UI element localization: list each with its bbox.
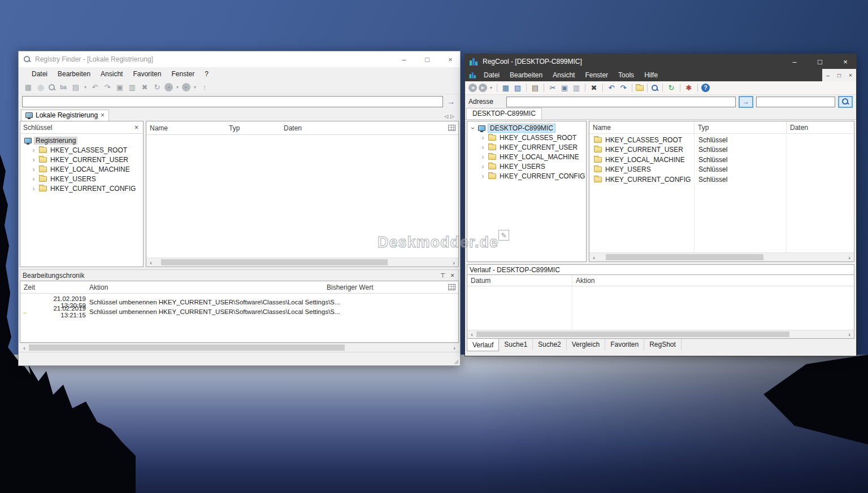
column-chooser-icon[interactable] [448, 284, 455, 290]
network-icon[interactable]: ▧ [513, 83, 523, 93]
menu-item[interactable]: Favoriten [128, 68, 166, 80]
copy-icon[interactable]: ▣ [559, 83, 570, 93]
panel-close-icon[interactable]: × [449, 272, 456, 280]
column-chooser-icon[interactable] [448, 125, 455, 131]
find-icon[interactable] [48, 84, 56, 91]
bottom-tab[interactable]: Verlauf [467, 339, 499, 351]
computer-icon[interactable]: ▦ [23, 82, 33, 93]
panel-close-icon[interactable]: × [133, 124, 140, 132]
maximize-button[interactable]: □ [809, 54, 831, 69]
bottom-tab[interactable]: RegShot [644, 339, 682, 350]
scroll-right-icon[interactable]: › [845, 253, 854, 262]
menu-item[interactable]: Datei [479, 69, 505, 81]
export-icon[interactable]: ▤ [71, 82, 81, 93]
bottom-tab[interactable]: Suche2 [533, 339, 567, 350]
address-input[interactable] [506, 97, 736, 107]
expander-icon[interactable]: › [31, 185, 37, 192]
scrollbar-thumb[interactable] [476, 331, 789, 337]
menu-item[interactable]: Bearbeiten [53, 68, 96, 80]
tab-scroll-arrows[interactable]: ◁▷ [441, 114, 460, 121]
column-name[interactable]: Name [146, 124, 225, 132]
delete-icon[interactable]: ✖ [589, 83, 599, 93]
refresh-icon[interactable]: ↻ [152, 82, 162, 93]
expander-icon[interactable]: › [31, 166, 37, 173]
history-horizontal-scrollbar[interactable]: ‹ › [20, 343, 459, 352]
expander-icon[interactable]: › [480, 154, 486, 160]
scroll-left-icon[interactable]: ‹ [467, 330, 476, 339]
scroll-right-icon[interactable]: › [845, 330, 854, 339]
scroll-left-icon[interactable]: ‹ [589, 253, 598, 262]
close-button[interactable]: × [835, 54, 856, 69]
list-row[interactable]: HKEY_LOCAL_MACHINE Schlüssel [589, 155, 854, 165]
bottom-tab[interactable]: Vergleich [567, 339, 605, 350]
tree-item[interactable]: › HKEY_CURRENT_USER [467, 142, 586, 152]
registry-finder-titlebar[interactable]: Registry Finder - [Lokale Registrierung]… [19, 51, 460, 67]
history-row[interactable]: → 21.02.2019 13:21:15 Schlüssel umbenenn… [20, 305, 458, 315]
dropdown-icon[interactable]: ▾ [175, 82, 180, 93]
tree-item[interactable]: › HKEY_CLASSES_ROOT [467, 133, 586, 142]
minimize-button[interactable]: – [784, 54, 805, 69]
expander-icon[interactable]: › [480, 144, 486, 151]
redo-icon[interactable]: ↷ [102, 82, 112, 93]
dropdown-icon[interactable]: ▾ [83, 82, 88, 93]
tab-close-icon[interactable]: × [101, 111, 105, 119]
list-row[interactable]: HKEY_USERS Schlüssel [589, 165, 854, 175]
expander-open-icon[interactable]: › [470, 125, 476, 131]
tree-root-item[interactable]: › DESKTOP-C899MIC [467, 123, 586, 133]
goto-folder-icon[interactable] [636, 85, 644, 91]
tree-item[interactable]: › HKEY_CURRENT_CONFIG [20, 184, 143, 193]
undo-icon[interactable]: ↶ [606, 83, 617, 93]
expander-icon[interactable]: › [480, 134, 486, 141]
regcool-titlebar[interactable]: RegCool - [DESKTOP-C899MIC] – □ × [465, 54, 856, 69]
up-icon[interactable]: ↑ [199, 82, 210, 93]
tree-item[interactable]: › HKEY_USERS [467, 162, 586, 171]
bottom-tab[interactable]: Favoriten [605, 339, 644, 350]
column-typ[interactable]: Typ [225, 124, 280, 132]
tree-root-item[interactable]: Registrierung [20, 136, 143, 145]
pin-icon[interactable]: ⊥ [437, 272, 449, 279]
menu-item[interactable]: Ansicht [548, 69, 580, 81]
menu-item[interactable]: Bearbeiten [505, 69, 548, 81]
forward-icon[interactable]: ► [182, 83, 190, 91]
menu-item[interactable]: ? [199, 68, 214, 80]
tab-desktop-c899mic[interactable]: DESKTOP-C899MIC [466, 108, 542, 119]
refresh-icon[interactable]: ↻ [666, 83, 676, 93]
close-button[interactable]: × [441, 51, 460, 67]
paste-icon[interactable]: ▥ [127, 82, 137, 93]
remote-search-icon[interactable]: ◎ [36, 82, 46, 93]
tab-lokale-registrierung[interactable]: Lokale Registrierung × [21, 110, 109, 121]
goto-address-button[interactable]: → [739, 96, 753, 108]
expander-icon[interactable]: › [480, 163, 486, 170]
expander-icon[interactable]: › [31, 147, 37, 154]
forward-icon[interactable]: ► [479, 84, 487, 92]
menu-item[interactable]: Fenster [166, 68, 199, 80]
column-typ[interactable]: Typ [694, 121, 786, 133]
list-row[interactable]: HKEY_CLASSES_ROOT Schlüssel [589, 135, 854, 145]
mdi-minimize-button[interactable]: – [822, 72, 834, 78]
scroll-right-icon[interactable]: › [449, 258, 458, 267]
scroll-left-icon[interactable]: ‹ [20, 343, 29, 352]
history-row[interactable]: → 21.02.2019 13:20:59 Schlüssel umbenenn… [20, 295, 458, 305]
quick-search-input[interactable] [756, 97, 835, 107]
column-bisheriger-wert[interactable]: Bisheriger Wert [323, 283, 445, 291]
search-button[interactable] [838, 96, 853, 108]
undo-icon[interactable]: ↶ [90, 82, 100, 93]
dropdown-icon[interactable]: ▾ [193, 82, 197, 93]
replace-icon[interactable]: ba [58, 82, 68, 93]
copy-icon[interactable]: ▣ [115, 82, 125, 93]
verlauf-horizontal-scrollbar[interactable]: ‹ › [467, 330, 854, 338]
tools-icon[interactable]: ✱ [684, 83, 694, 93]
tree-item[interactable]: › HKEY_LOCAL_MACHINE [467, 152, 586, 162]
bottom-tab[interactable]: Suche1 [499, 339, 533, 350]
menu-item[interactable]: Fenster [580, 69, 613, 81]
scroll-left-icon[interactable]: ‹ [146, 258, 155, 267]
minimize-button[interactable]: – [394, 51, 414, 67]
menu-item[interactable]: Hilfe [639, 69, 663, 81]
tree-item[interactable]: › HKEY_CLASSES_ROOT [20, 145, 143, 155]
list-horizontal-scrollbar[interactable]: ‹ › [146, 258, 458, 267]
expander-icon[interactable]: › [31, 156, 37, 163]
delete-icon[interactable]: ✖ [140, 82, 150, 93]
resize-grip[interactable]: ◢ [454, 358, 458, 364]
scrollbar-thumb[interactable] [161, 259, 387, 265]
paste-icon[interactable]: ▥ [571, 83, 581, 93]
